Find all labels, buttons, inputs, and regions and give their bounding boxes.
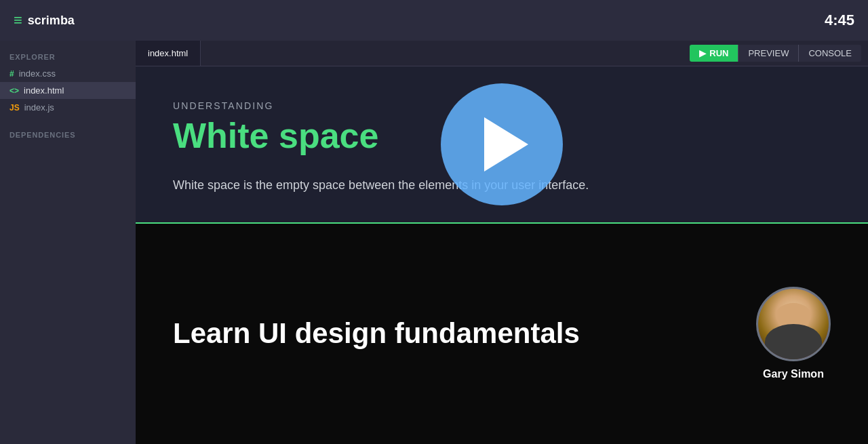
run-button[interactable]: ▶ RUN bbox=[690, 45, 738, 62]
play-triangle-icon bbox=[484, 117, 528, 171]
navbar: ≡ scrimba 4:45 bbox=[0, 0, 868, 41]
avatar-image bbox=[758, 289, 829, 359]
preview-bottom-section: Learn UI design fundamentals Gary Simon bbox=[136, 224, 868, 444]
timer: 4:45 bbox=[825, 12, 854, 29]
preview-button[interactable]: PREVIEW bbox=[738, 45, 799, 62]
main-layout: EXPLORER # index.css <> index.html JS in… bbox=[0, 41, 868, 444]
preview-content: UNDERSTANDING White space White space is… bbox=[136, 66, 868, 444]
run-play-icon: ▶ bbox=[699, 48, 706, 58]
instructor-avatar bbox=[756, 287, 831, 361]
sidebar-file-html[interactable]: <> index.html bbox=[0, 82, 136, 99]
preview-top-section: UNDERSTANDING White space White space is… bbox=[136, 66, 868, 224]
dependencies-label: DEPENDENCIES bbox=[0, 127, 136, 143]
dependencies-section: DEPENDENCIES bbox=[0, 127, 136, 143]
html-filename: index.html bbox=[24, 85, 64, 96]
css-file-icon: # bbox=[9, 69, 14, 79]
js-filename: index.js bbox=[24, 102, 54, 113]
logo-icon: ≡ bbox=[14, 12, 22, 29]
js-file-icon: JS bbox=[9, 103, 20, 113]
instructor-block: Gary Simon bbox=[756, 287, 831, 380]
preview-pane: UNDERSTANDING White space White space is… bbox=[136, 66, 868, 444]
sidebar-file-css[interactable]: # index.css bbox=[0, 65, 136, 82]
explorer-label: EXPLORER bbox=[0, 49, 136, 65]
html-file-icon: <> bbox=[9, 86, 19, 96]
toolbar-buttons: ▶ RUN PREVIEW CONSOLE bbox=[690, 45, 868, 62]
sidebar-file-js[interactable]: JS index.js bbox=[0, 99, 136, 116]
console-button[interactable]: CONSOLE bbox=[799, 45, 861, 62]
css-filename: index.css bbox=[19, 68, 56, 79]
tab-bar: index.html ▶ RUN PREVIEW CONSOLE bbox=[136, 41, 868, 66]
logo[interactable]: ≡ scrimba bbox=[14, 12, 75, 29]
play-button[interactable] bbox=[441, 83, 563, 205]
course-title: Learn UI design fundamentals bbox=[173, 317, 580, 350]
sidebar: EXPLORER # index.css <> index.html JS in… bbox=[0, 41, 136, 444]
instructor-name: Gary Simon bbox=[763, 368, 824, 380]
logo-text: scrimba bbox=[28, 14, 75, 28]
tab-index-html[interactable]: index.html bbox=[136, 41, 201, 66]
editor-area: index.html ▶ RUN PREVIEW CONSOLE bbox=[136, 41, 868, 444]
